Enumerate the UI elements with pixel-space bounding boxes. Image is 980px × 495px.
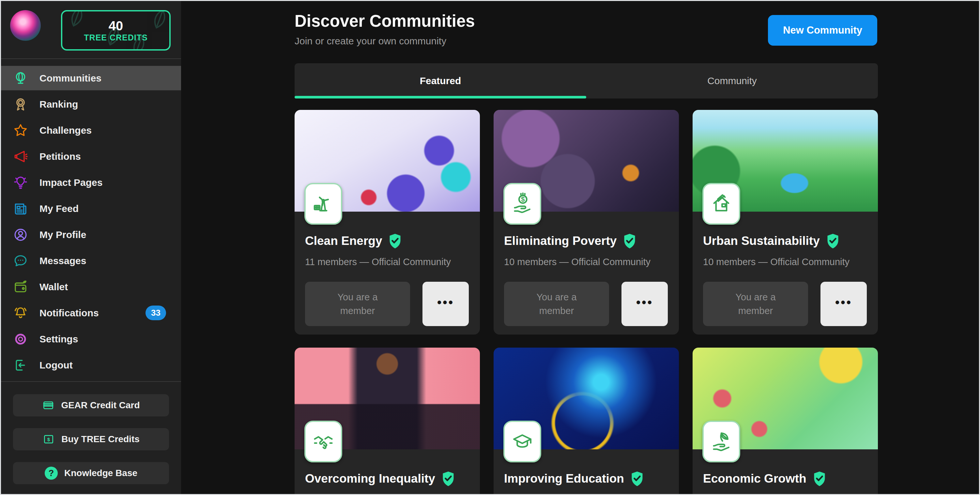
chat-icon (13, 253, 29, 269)
sidebar-item-logout[interactable]: Logout (1, 353, 181, 377)
sidebar-item-label: Settings (40, 333, 78, 345)
sidebar-spacer (1, 379, 181, 381)
community-card-actions: You are a member ••• (305, 282, 469, 326)
new-community-button[interactable]: New Community (768, 15, 877, 46)
question-circle-icon: ? (45, 466, 58, 480)
tree-credits-box[interactable]: 40 TREE CREDITS (61, 10, 170, 51)
wallet-icon (13, 279, 29, 295)
medal-icon (13, 97, 29, 112)
tree-credits-value: 40 (109, 19, 123, 33)
sidebar-actions: GEAR Credit Card $ Buy TREE Credits ? Kn… (1, 382, 181, 494)
sidebar-item-label: My Profile (40, 229, 86, 240)
verified-shield-icon (630, 471, 644, 487)
credit-card-icon (42, 399, 54, 411)
more-options-button[interactable]: ••• (422, 282, 469, 326)
page-header: Discover Communities Join or create your… (294, 1, 878, 52)
sidebar-nav: Communities Ranking Challenges Petitions… (1, 59, 181, 379)
community-title: Economic Growth (703, 472, 807, 485)
community-card-body: Improving Education 9 members — Official… (493, 471, 679, 494)
plant-hand-icon (702, 420, 740, 462)
community-card-clean-energy: Clean Energy 11 members — Official Commu… (294, 110, 480, 335)
sidebar-item-label: My Feed (40, 203, 79, 214)
sidebar-item-settings[interactable]: Settings (1, 327, 181, 351)
leaf-icon (61, 10, 91, 33)
sidebar-item-label: Petitions (40, 151, 81, 162)
main-content: Discover Communities Join or create your… (294, 1, 878, 494)
sidebar-action-label: Knowledge Base (64, 468, 137, 478)
sidebar-item-ranking[interactable]: Ranking (1, 92, 181, 116)
sidebar-action-label: GEAR Credit Card (61, 400, 140, 411)
verified-shield-icon (622, 233, 637, 249)
sidebar-item-label: Challenges (40, 125, 92, 136)
tab-featured[interactable]: Featured (294, 63, 586, 98)
sidebar-item-label: Communities (40, 73, 102, 84)
star-icon (13, 122, 29, 138)
sidebar: 40 TREE CREDITS Communities Ranking Chal… (1, 1, 181, 494)
more-options-button[interactable]: ••• (821, 282, 867, 326)
bell-icon (13, 305, 29, 321)
sidebar-item-challenges[interactable]: Challenges (1, 118, 181, 143)
community-card-body: Economic Growth 9 members — Official Com… (693, 471, 878, 494)
sidebar-item-notifications[interactable]: Notifications 33 (1, 301, 181, 325)
community-card-actions: You are a member ••• (703, 282, 867, 326)
svg-text:$: $ (521, 195, 525, 203)
notification-count-badge: 33 (145, 306, 166, 320)
gear-icon (13, 331, 29, 347)
sidebar-item-petitions[interactable]: Petitions (1, 144, 181, 168)
newspaper-icon (13, 201, 29, 217)
sidebar-header: 40 TREE CREDITS (1, 1, 181, 59)
sidebar-item-wallet[interactable]: Wallet (1, 274, 181, 299)
more-options-button[interactable]: ••• (622, 282, 668, 326)
sidebar-item-label: Messages (40, 255, 86, 267)
member-status-button[interactable]: You are a member (504, 282, 609, 326)
svg-text:$: $ (47, 436, 50, 442)
sidebar-item-impact-pages[interactable]: Impact Pages (1, 170, 181, 195)
community-title: Overcoming Inequality (305, 472, 435, 485)
verified-shield-icon (812, 471, 827, 487)
leaf-icon (144, 10, 170, 35)
tab-bar: Featured Community (294, 63, 878, 98)
user-icon (13, 227, 29, 243)
main-area: Discover Communities Join or create your… (181, 1, 979, 494)
sidebar-item-messages[interactable]: Messages (1, 249, 181, 273)
member-status-button[interactable]: You are a member (305, 282, 410, 326)
community-card-eliminating-poverty: $ Eliminating Poverty 10 members — Offic… (493, 110, 679, 335)
graduation-cap-icon (503, 420, 541, 462)
sidebar-item-my-feed[interactable]: My Feed (1, 196, 181, 221)
community-card-body: Eliminating Poverty 10 members — Officia… (493, 233, 679, 326)
community-card-body: Overcoming Inequality 10 members — Offic… (294, 471, 480, 494)
sidebar-item-label: Ranking (40, 99, 78, 110)
community-card-improving-education: Improving Education 9 members — Official… (493, 347, 679, 494)
user-avatar[interactable] (10, 10, 41, 41)
tab-community[interactable]: Community (586, 63, 878, 98)
sidebar-item-communities[interactable]: Communities (1, 66, 181, 90)
idea-fist-icon (13, 175, 29, 190)
verified-shield-icon (441, 471, 455, 487)
community-card-economic-growth: Economic Growth 9 members — Official Com… (693, 347, 878, 494)
dollar-square-icon: $ (42, 433, 55, 446)
wind-turbine-icon (304, 183, 342, 225)
community-meta: 10 members — Official Community (504, 257, 668, 267)
buy-tree-credits-button[interactable]: $ Buy TREE Credits (13, 428, 169, 450)
sidebar-item-label: Logout (40, 360, 73, 371)
verified-shield-icon (826, 233, 840, 249)
community-card-actions: You are a member ••• (504, 282, 668, 326)
community-card-overcoming-inequality: Overcoming Inequality 10 members — Offic… (294, 347, 480, 494)
active-tab-indicator (294, 96, 586, 98)
logout-icon (13, 357, 29, 373)
community-title: Clean Energy (305, 234, 382, 248)
member-status-button[interactable]: You are a member (703, 282, 808, 326)
knowledge-base-button[interactable]: ? Knowledge Base (13, 462, 169, 484)
verified-shield-icon (388, 233, 402, 249)
sidebar-action-label: Buy TREE Credits (61, 434, 140, 444)
sidebar-item-my-profile[interactable]: My Profile (1, 222, 181, 247)
handshake-icon (304, 420, 342, 462)
community-title: Improving Education (504, 472, 624, 485)
tree-credits-label: TREE CREDITS (84, 33, 148, 43)
community-card-urban-sustainability: Urban Sustainability 10 members — Offici… (693, 110, 878, 335)
community-meta: 11 members — Official Community (305, 257, 469, 267)
sidebar-item-label: Wallet (40, 281, 68, 292)
community-meta: 10 members — Official Community (703, 257, 867, 267)
eco-house-icon (702, 183, 740, 225)
gear-credit-card-button[interactable]: GEAR Credit Card (13, 394, 169, 416)
